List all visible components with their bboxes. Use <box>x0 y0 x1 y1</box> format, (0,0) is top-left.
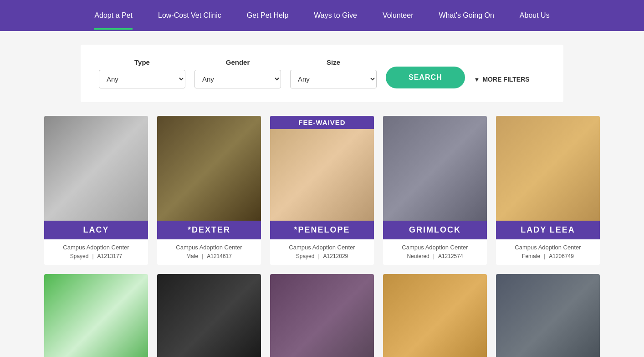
pet-photo <box>157 274 261 357</box>
details-divider: | <box>202 253 203 259</box>
pet-image-wrapper: FEE-WAIVED <box>270 116 374 221</box>
search-panel: Type Any Gender Any Size Any SEARCH ▼ MO… <box>81 45 563 102</box>
pet-card[interactable]: FEE-WAIVED*PENELOPECampus Adoption Cente… <box>270 116 374 265</box>
pet-card[interactable]: LADY LEEACampus Adoption CenterFemale|A1… <box>496 116 600 265</box>
details-divider: | <box>433 253 434 259</box>
nav-item-about[interactable]: About Us <box>507 1 562 30</box>
pet-details: Female|A1206749 <box>501 253 594 259</box>
nav-item-give[interactable]: Ways to Give <box>301 1 370 30</box>
pet-name: LACY <box>44 221 148 239</box>
pet-photo <box>383 274 487 357</box>
pet-name: LADY LEEA <box>496 221 600 239</box>
pet-photo <box>270 116 374 221</box>
pet-image-wrapper <box>383 274 487 357</box>
pet-id: A1212029 <box>323 253 348 259</box>
pet-card[interactable]: LACYCampus Adoption CenterSpayed|A121317… <box>44 116 148 265</box>
pet-card[interactable] <box>270 274 374 357</box>
pet-card[interactable] <box>44 274 148 357</box>
nav-item-vet[interactable]: Low-Cost Vet Clinic <box>145 1 234 30</box>
pet-image-wrapper <box>157 116 261 221</box>
pet-location: Campus Adoption Center <box>501 244 594 251</box>
pet-gender: Spayed <box>70 253 89 259</box>
search-button[interactable]: SEARCH <box>386 67 465 88</box>
pet-details: Spayed|A1213177 <box>50 253 143 259</box>
pet-card[interactable] <box>157 274 261 357</box>
pet-image-wrapper <box>157 274 261 357</box>
type-filter: Type Any <box>99 58 185 88</box>
pet-name: *DEXTER <box>157 221 261 239</box>
nav-item-whats-on[interactable]: What's Going On <box>426 1 506 30</box>
pet-card[interactable]: *DEXTERCampus Adoption CenterMale|A12146… <box>157 116 261 265</box>
pet-id: A1206749 <box>549 253 574 259</box>
filters-row: Type Any Gender Any Size Any SEARCH ▼ MO… <box>99 58 545 88</box>
gender-filter: Gender Any <box>194 58 281 88</box>
pet-info: Campus Adoption CenterSpayed|A1212029 <box>270 239 374 265</box>
gender-select[interactable]: Any <box>194 70 281 88</box>
pet-photo <box>44 116 148 221</box>
nav-item-volunteer[interactable]: Volunteer <box>370 1 426 30</box>
pet-gender: Male <box>186 253 198 259</box>
size-label: Size <box>290 58 377 66</box>
pet-card[interactable]: GRIMLOCKCampus Adoption CenterNeutered|A… <box>383 116 487 265</box>
pet-photo <box>270 274 374 357</box>
pet-photo <box>157 116 261 221</box>
pet-location: Campus Adoption Center <box>276 244 368 251</box>
details-divider: | <box>92 253 93 259</box>
pet-gender: Neutered <box>407 253 429 259</box>
pet-location: Campus Adoption Center <box>388 244 481 251</box>
pet-location: Campus Adoption Center <box>50 244 143 251</box>
pet-photo <box>496 274 600 357</box>
pet-photo <box>383 116 487 221</box>
nav-item-adopt[interactable]: Adopt a Pet <box>82 1 145 30</box>
more-filters-button[interactable]: ▼ MORE FILTERS <box>474 76 530 88</box>
pet-details: Spayed|A1212029 <box>276 253 368 259</box>
type-select[interactable]: Any <box>99 70 185 88</box>
type-label: Type <box>99 58 185 66</box>
filter-icon: ▼ <box>474 76 480 83</box>
pet-photo <box>496 116 600 221</box>
pet-card[interactable] <box>383 274 487 357</box>
size-filter: Size Any <box>290 58 377 88</box>
pet-image-wrapper <box>270 274 374 357</box>
pet-info: Campus Adoption CenterSpayed|A1213177 <box>44 239 148 265</box>
pet-gender: Spayed <box>296 253 315 259</box>
details-divider: | <box>318 253 319 259</box>
details-divider: | <box>544 253 545 259</box>
pet-id: A1213177 <box>97 253 123 259</box>
pet-info: Campus Adoption CenterMale|A1214617 <box>157 239 261 265</box>
size-select[interactable]: Any <box>290 70 377 88</box>
gender-label: Gender <box>194 58 281 66</box>
pet-image-wrapper <box>44 116 148 221</box>
pet-details: Male|A1214617 <box>163 253 256 259</box>
pet-grid: LACYCampus Adoption CenterSpayed|A121317… <box>35 111 609 357</box>
pet-image-wrapper <box>383 116 487 221</box>
pet-name: *PENELOPE <box>270 221 374 239</box>
pet-id: A1214617 <box>207 253 232 259</box>
fee-waived-badge: FEE-WAIVED <box>270 116 374 129</box>
pet-photo <box>44 274 148 357</box>
nav-item-help[interactable]: Get Pet Help <box>234 1 302 30</box>
pet-image-wrapper <box>496 116 600 221</box>
pet-id: A1212574 <box>438 253 463 259</box>
pet-info: Campus Adoption CenterNeutered|A1212574 <box>383 239 487 265</box>
pet-name: GRIMLOCK <box>383 221 487 239</box>
pet-details: Neutered|A1212574 <box>388 253 481 259</box>
pet-card[interactable] <box>496 274 600 357</box>
pet-image-wrapper <box>44 274 148 357</box>
pet-location: Campus Adoption Center <box>163 244 256 251</box>
pet-image-wrapper <box>496 274 600 357</box>
pet-gender: Female <box>522 253 540 259</box>
main-nav: Adopt a PetLow-Cost Vet ClinicGet Pet He… <box>0 0 644 31</box>
pet-info: Campus Adoption CenterFemale|A1206749 <box>496 239 600 265</box>
